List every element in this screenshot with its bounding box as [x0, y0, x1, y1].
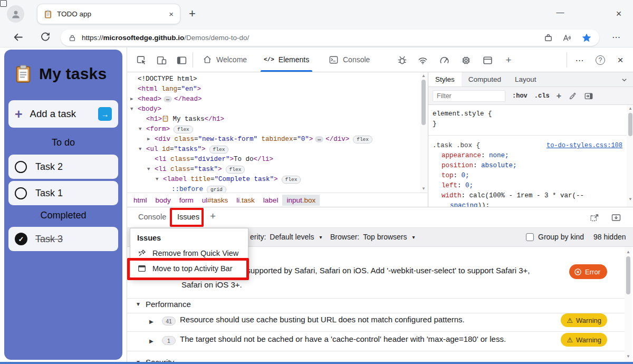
elements-tree-node[interactable]: ▼<form>flex [127, 124, 420, 135]
code-icon: </> [264, 56, 274, 63]
elements-tree-node[interactable]: ::beforegrid [127, 185, 420, 193]
elements-tree-node[interactable]: <!DOCTYPE html> [127, 74, 420, 84]
elements-tree-node[interactable]: ▼<ul id="tasks">flex [127, 145, 420, 155]
inspect-element-icon[interactable] [135, 53, 148, 67]
tab-elements[interactable]: </> Elements [258, 47, 314, 72]
new-style-rule-icon[interactable]: + [557, 91, 561, 101]
dock-quickview-icon[interactable] [589, 212, 600, 223]
home-icon [203, 55, 212, 64]
elements-scrollbar[interactable]: ▲ ▼ [420, 72, 427, 193]
window-maximize-button[interactable] [0, 0, 7, 7]
css-property[interactable]: width: calc(100% - 1rem - 3 * var(-- [433, 191, 622, 201]
tri-right-icon[interactable]: ▶ [149, 338, 154, 344]
breadcrumb-item[interactable]: label [259, 195, 283, 206]
layout-window-icon[interactable] [481, 53, 494, 67]
issues-scrollbar[interactable]: ▲ ▼ [625, 247, 632, 364]
more-options-icon[interactable]: ⋯ [573, 53, 587, 67]
elements-tree-node[interactable]: ▼<body> [127, 104, 420, 114]
task-checkbox[interactable] [15, 187, 27, 199]
performance-gauge-icon[interactable] [437, 53, 451, 67]
group-by-kind-toggle[interactable]: Group by kind [526, 233, 584, 241]
task-item[interactable]: Task 2 [8, 155, 118, 179]
issues-bug-icon[interactable] [395, 53, 409, 67]
breadcrumb-item[interactable]: html [129, 195, 151, 206]
tab-layout[interactable]: Layout [508, 72, 543, 87]
css-property-wrap[interactable]: spacing)); [433, 201, 622, 207]
task-box-rule[interactable]: .task .box { to-do-styles.css:108 appear… [428, 136, 627, 207]
element-style-rule[interactable]: element.style { } [428, 105, 627, 136]
styles-scrollbar[interactable]: ▲ ▼ [627, 105, 633, 207]
css-property[interactable]: position: absolute; [433, 161, 622, 171]
color-format-brush-icon[interactable] [568, 91, 577, 100]
severity-filter[interactable]: erity: Default levels ▾ [250, 233, 322, 241]
submit-task-arrow-button[interactable]: → [98, 107, 112, 121]
css-source-link[interactable]: to-do-styles.css:108 [546, 141, 622, 151]
tab-styles[interactable]: Styles [428, 72, 462, 87]
toggle-hover-state[interactable]: :hov [512, 92, 528, 100]
elements-tree-node[interactable]: ▼<label title="Complete task">flex [127, 175, 420, 185]
breadcrumb-item[interactable]: li.task [232, 195, 259, 206]
application-cpu-icon[interactable] [459, 53, 473, 67]
network-wifi-icon[interactable] [416, 53, 429, 67]
browser-tab[interactable]: TODO app × [37, 4, 180, 24]
chevron-down-icon[interactable] [621, 76, 628, 83]
back-button[interactable] [13, 32, 24, 43]
task-item-completed[interactable]: ✓ Task 3 [8, 227, 118, 251]
refresh-button[interactable] [40, 32, 51, 42]
elements-tree-node[interactable]: <h1> My tasks</h1> [127, 114, 420, 124]
elements-tree-node[interactable]: ▶<head>…</head> [127, 94, 420, 104]
new-tab-button[interactable]: + [189, 7, 196, 21]
window-minimize-button[interactable]: — [555, 7, 565, 16]
tab-computed[interactable]: Computed [462, 72, 508, 87]
task-checkbox[interactable] [15, 161, 27, 173]
clipboard-icon [162, 116, 169, 123]
css-property[interactable]: top: 0; [433, 171, 622, 181]
task-item[interactable]: Task 1 [8, 181, 118, 205]
breadcrumb-item[interactable]: body [151, 195, 175, 206]
toggle-classes[interactable]: .cls [534, 92, 550, 100]
dock-sidebar-icon[interactable] [584, 91, 593, 101]
devtools-close-icon[interactable]: × [613, 53, 627, 67]
breadcrumb-item[interactable]: input.box [282, 195, 320, 206]
expand-quickview-icon[interactable] [611, 212, 621, 223]
browser-filter[interactable]: Browser: Top browsers ▾ [330, 233, 415, 241]
app-header: My tasks [14, 64, 107, 83]
activity-bar-location-icon[interactable] [175, 53, 188, 67]
tab-welcome[interactable]: Welcome [197, 47, 252, 72]
tab-close-icon[interactable]: × [169, 9, 174, 18]
tab-console[interactable]: Console [323, 47, 375, 72]
quickview-tab-console[interactable]: Console [138, 213, 166, 221]
favorite-star-icon[interactable] [581, 33, 592, 43]
breadcrumb-item[interactable]: form [175, 195, 198, 206]
breadcrumb-item[interactable]: ul#tasks [198, 195, 233, 206]
settings-menu-icon[interactable]: ⋯ [612, 32, 621, 42]
devtools-toolbar: Welcome </> Elements Console + ⋯ [127, 47, 633, 72]
checkbox-unchecked[interactable] [526, 233, 534, 241]
styles-filter-input[interactable] [433, 90, 505, 102]
help-icon[interactable]: ? [593, 53, 607, 67]
tri-right-icon[interactable]: ▶ [149, 319, 154, 324]
profile-avatar[interactable] [7, 5, 24, 23]
more-tools-plus-icon[interactable]: + [502, 53, 515, 67]
elements-tree-node[interactable]: <li class="divider">To do</li> [127, 155, 420, 165]
issues-section-performance[interactable]: ▼ Performance [136, 300, 191, 309]
warning-icon: ⚠ [567, 317, 573, 324]
elements-tree-node[interactable]: <html lang="en"> [127, 84, 420, 94]
elements-tree-node[interactable]: ▼<li class="task">flex [127, 165, 420, 175]
address-bar[interactable]: https://microsoftedge.github.io/Demos/de… [61, 30, 599, 46]
annotation-box-move-to-activity-bar [127, 258, 249, 280]
css-selector[interactable]: .task .box { [433, 141, 480, 151]
read-aloud-icon[interactable] [562, 33, 573, 43]
device-emulation-icon[interactable] [155, 53, 168, 67]
window-close-button[interactable]: × [613, 8, 624, 20]
css-property[interactable]: left: 0; [433, 181, 622, 191]
add-task-button[interactable]: + Add a task → [8, 100, 118, 128]
elements-tree-node[interactable]: ▶<div class="new-task-form" tabindex="0"… [127, 135, 420, 145]
css-property[interactable]: appearance: none; [433, 151, 622, 161]
tri-down-icon[interactable]: ▼ [136, 301, 141, 307]
hidden-issues-count[interactable]: 98 hidden [593, 233, 626, 241]
quickview-add-tab-icon[interactable]: + [210, 210, 216, 222]
lock-icon[interactable] [68, 34, 76, 42]
browser-essentials-icon[interactable] [543, 33, 553, 43]
task-checkbox-checked[interactable]: ✓ [15, 233, 27, 245]
